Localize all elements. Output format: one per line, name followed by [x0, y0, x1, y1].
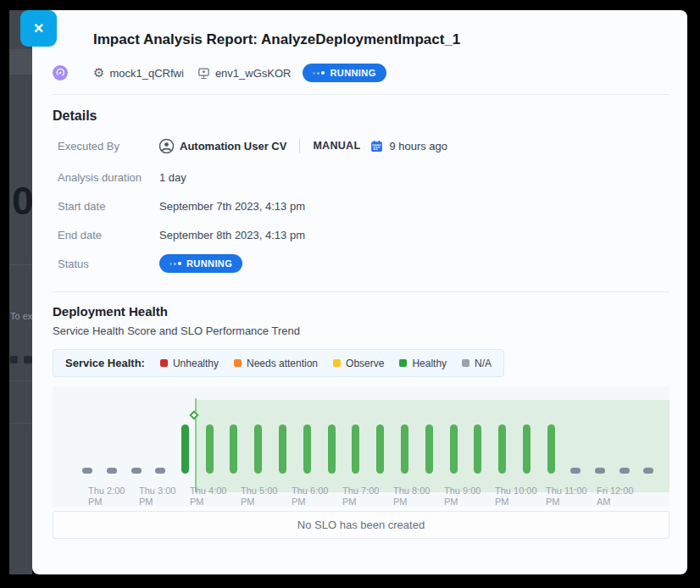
- health-bar-thu-4-30-pm[interactable]: [206, 424, 214, 474]
- backdrop-panel-fragment: [9, 49, 32, 75]
- health-bar-fri-1-00-am[interactable]: [619, 468, 630, 474]
- row-label: Start date: [58, 200, 159, 213]
- row-value: September 7th 2023, 4:13 pm: [159, 200, 305, 213]
- status-badge-label: RUNNING: [330, 68, 375, 78]
- health-bar-thu-8-00-pm[interactable]: [376, 424, 384, 474]
- health-bar-thu-11-30-pm[interactable]: [547, 424, 555, 474]
- health-bar-thu-4-00-pm[interactable]: [181, 424, 189, 474]
- executed-by-row: Executed By Automation User CV MANUAL: [58, 131, 669, 160]
- vertical-divider: [299, 138, 300, 153]
- legend-swatch-icon: [333, 359, 341, 367]
- slo-empty-state: No SLO has been created: [53, 511, 669, 539]
- legend-item: Observe: [333, 358, 384, 369]
- deployment-health-heading: Deployment Health: [53, 303, 669, 319]
- health-bar-thu-5-00-pm[interactable]: [230, 424, 237, 474]
- backdrop-divider: [9, 423, 32, 424]
- legend-swatch-icon: [234, 359, 242, 367]
- health-bar-thu-6-00-pm[interactable]: [279, 424, 286, 474]
- health-bar-thu-3-00-pm[interactable]: [131, 468, 142, 474]
- health-bar-thu-7-30-pm[interactable]: [352, 424, 359, 474]
- section-divider: [53, 291, 669, 292]
- health-bar-fri-12-30-am[interactable]: [595, 468, 605, 474]
- health-bar-thu-9-00-pm[interactable]: [425, 424, 433, 474]
- legend-label: Unhealthy: [173, 358, 219, 369]
- legend-item: N/A: [462, 358, 492, 369]
- x-axis-label: Thu 6:00PM: [292, 485, 344, 507]
- health-bar-thu-2-30-pm[interactable]: [107, 468, 117, 474]
- x-axis-label: Thu 2:00PM: [88, 485, 141, 507]
- row-label: Analysis duration: [58, 171, 159, 184]
- x-axis-label: Fri 12:00AM: [597, 485, 649, 507]
- legend-label: N/A: [475, 358, 492, 369]
- health-bar-thu-10-30-pm[interactable]: [498, 424, 506, 474]
- health-bar-thu-6-30-pm[interactable]: [303, 424, 311, 474]
- row-value: September 8th 2023, 4:13 pm: [159, 229, 305, 241]
- service-health-legend: Service Health: UnhealthyNeeds attention…: [53, 349, 504, 377]
- header-divider: [53, 94, 669, 95]
- legend-label: Needs attention: [247, 358, 318, 369]
- x-axis-label: Thu 3:00PM: [139, 485, 192, 507]
- row-value: 1 day: [159, 171, 186, 184]
- x-axis-label: Thu 8:00PM: [393, 485, 446, 507]
- x-axis-label: Thu 11:00PM: [546, 485, 598, 507]
- status-badge: RUNNING: [303, 64, 386, 82]
- executed-by-value: Automation User CV MANUAL 9 hou: [159, 138, 447, 153]
- legend-swatch-icon: [399, 359, 407, 367]
- pipeline-meta: ⚙ mock1_qCRfwi: [93, 66, 184, 80]
- service-avatar-icon: [53, 65, 68, 80]
- backdrop-chip: [24, 356, 32, 363]
- health-bar-fri-12-00-am[interactable]: [570, 468, 581, 474]
- environment-name: env1_wGsKOR: [215, 67, 292, 80]
- backdrop-divider: [9, 264, 32, 265]
- x-axis-label: Thu 7:00PM: [342, 485, 395, 507]
- status-badge: RUNNING: [159, 254, 242, 273]
- trigger-type: MANUAL: [313, 140, 360, 152]
- backdrop-chip: [10, 356, 18, 363]
- legend-label: Observe: [346, 358, 384, 369]
- health-bar-thu-10-00-pm[interactable]: [474, 424, 481, 474]
- close-icon: ×: [34, 19, 44, 37]
- close-drawer-button[interactable]: ×: [20, 10, 57, 47]
- legend-item: Unhealthy: [160, 358, 219, 369]
- legend-label: Healthy: [412, 358, 447, 369]
- dimmed-page-backdrop: 0 To exp: [9, 10, 32, 574]
- row-label: Executed By: [58, 140, 159, 153]
- health-bar-thu-11-00-pm[interactable]: [523, 424, 531, 474]
- health-chart: Thu 2:00PMThu 3:00PMThu 4:00PMThu 5:00PM…: [53, 386, 669, 507]
- running-dots-icon: [313, 71, 325, 75]
- health-bar-thu-2-00-pm[interactable]: [82, 468, 92, 474]
- health-bar-fri-1-30-am[interactable]: [643, 468, 653, 474]
- health-bar-thu-9-30-pm[interactable]: [450, 424, 458, 474]
- backdrop-count-fragment: 0: [12, 178, 32, 224]
- legend-swatch-icon: [462, 359, 469, 367]
- executed-by-user: Automation User CV: [180, 140, 286, 153]
- status-row: Status RUNNING: [58, 249, 669, 278]
- running-dots-icon: [169, 262, 181, 265]
- environment-icon: [197, 67, 210, 80]
- environment-meta: env1_wGsKOR: [197, 67, 292, 80]
- x-axis-label: Thu 4:00PM: [190, 485, 242, 507]
- status-badge-label: RUNNING: [186, 258, 232, 269]
- health-bar-thu-7-00-pm[interactable]: [328, 424, 336, 474]
- row-label: Status: [58, 258, 159, 270]
- health-bar-thu-3-30-pm[interactable]: [155, 468, 165, 474]
- detail-row: End date September 8th 2023, 4:13 pm: [58, 220, 669, 249]
- x-axis-label: Thu 10:00PM: [495, 485, 547, 507]
- legend-swatch-icon: [160, 359, 168, 367]
- detail-row: Start date September 7th 2023, 4:13 pm: [58, 191, 669, 220]
- x-axis-label: Thu 5:00PM: [241, 485, 293, 507]
- backdrop-text-fragment: To exp: [10, 311, 32, 321]
- detail-row: Analysis duration 1 day: [58, 163, 669, 191]
- health-bar-thu-5-30-pm[interactable]: [254, 424, 262, 474]
- details-heading: Details: [53, 107, 669, 125]
- details-rows: Executed By Automation User CV MANUAL: [58, 131, 669, 278]
- backdrop-divider: [9, 380, 32, 381]
- executed-time: 9 hours ago: [389, 140, 447, 153]
- row-label: End date: [58, 229, 159, 241]
- pipeline-name: mock1_qCRfwi: [109, 67, 183, 80]
- legend-title: Service Health:: [65, 357, 145, 369]
- report-title: Impact Analysis Report: AnalyzeDeploymen…: [93, 22, 669, 49]
- deployment-health-subheading: Service Health Score and SLO Performance…: [53, 325, 669, 337]
- health-bar-thu-8-30-pm[interactable]: [401, 424, 408, 474]
- calendar-icon: [370, 140, 383, 153]
